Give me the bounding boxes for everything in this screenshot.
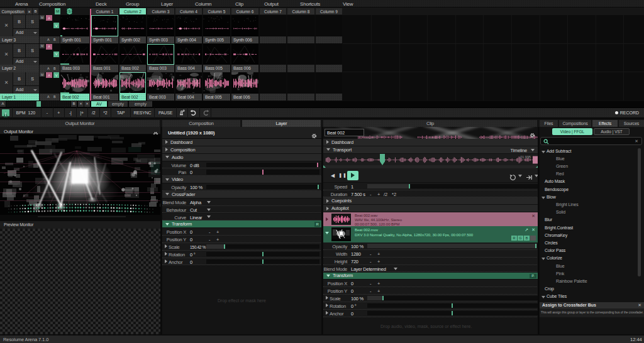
svg-text:01.995: 01.995 <box>520 155 531 158</box>
